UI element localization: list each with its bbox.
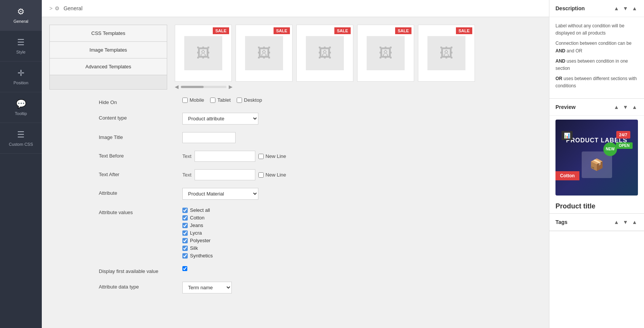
preview-images-row: 🖼 SALE 🖼 SALE 🖼 SALE (175, 25, 541, 82)
sale-badge-3: SALE (334, 27, 351, 34)
select-all-checkbox[interactable] (182, 208, 188, 213)
attr-value-polyester[interactable]: Polyester (182, 238, 213, 243)
sidebar: ⚙ General ☰ Style ✛ Position 💬 Tooltip ☰… (0, 0, 42, 328)
silk-checkbox[interactable] (182, 246, 188, 251)
attr-data-type-select[interactable]: Term name Term slug Term ID (182, 282, 232, 293)
advanced-templates-item[interactable]: Advanced Templates (50, 58, 167, 75)
preview-image-5: 🖼 SALE (418, 25, 475, 82)
attr-value-jeans[interactable]: Jeans (182, 222, 213, 228)
hide-on-row: Hide On Mobile Tablet Deskto (99, 97, 541, 105)
attribute-values-row: Attribute values Select all Cotton (99, 207, 541, 259)
description-collapse-up[interactable]: ▲ (613, 5, 620, 12)
text-before-input[interactable] (195, 151, 255, 162)
sidebar-label-position: Position (13, 80, 28, 85)
desktop-checkbox[interactable] (237, 98, 242, 103)
tags-title: Tags (555, 219, 568, 225)
text-before-controls: Text New Line (182, 151, 541, 162)
image-title-control (182, 132, 541, 143)
tags-section: Tags ▲ ▼ ▲ (549, 214, 644, 231)
text-after-newline[interactable]: New Line (258, 172, 286, 178)
scrollbar-track[interactable] (181, 86, 226, 88)
sidebar-item-tooltip[interactable]: 💬 Tooltip (0, 92, 42, 123)
content-type-select[interactable]: Product attribute Text Image Custom (182, 113, 258, 125)
description-title: Description (555, 5, 585, 11)
attribute-row: Attribute Product Material Product Color… (99, 188, 541, 200)
header-gear-icon: ⚙ (55, 5, 60, 11)
attribute-select[interactable]: Product Material Product Color Product S… (182, 188, 258, 200)
display-first-label: Display first available value (99, 266, 175, 274)
scroll-left-arrow[interactable]: ◀ (175, 84, 179, 90)
attribute-values-label: Attribute values (99, 207, 175, 215)
attr-value-silk[interactable]: Silk (182, 245, 213, 251)
breadcrumb-arrow: > (49, 5, 52, 11)
scrollbar-thumb (181, 86, 204, 88)
sidebar-item-general[interactable]: ⚙ General (0, 0, 42, 31)
sidebar-item-custom-css[interactable]: ☰ Custom CSS (0, 123, 42, 154)
preview-image-1: 🖼 SALE (175, 25, 232, 82)
css-templates-item[interactable]: CSS Templates (50, 25, 167, 42)
hide-on-desktop[interactable]: Desktop (237, 97, 262, 103)
hide-on-label: Hide On (99, 97, 175, 105)
image-templates-item[interactable]: Image Templates (50, 42, 167, 58)
synthetics-label: Synthetics (190, 253, 213, 259)
badge-open: OPEN (616, 142, 633, 149)
tablet-checkbox[interactable] (210, 98, 215, 103)
select-all-label: Select all (190, 207, 210, 213)
display-first-checkbox[interactable] (182, 266, 187, 271)
attr-value-cotton[interactable]: Cotton (182, 215, 213, 221)
text-after-prefix: Text (182, 172, 191, 178)
synthetics-checkbox[interactable] (182, 253, 188, 259)
sidebar-label-style: Style (16, 50, 25, 54)
image-title-row: Image Title (99, 132, 541, 143)
description-header: Description ▲ ▼ ▲ (549, 0, 644, 17)
description-collapse-down[interactable]: ▼ (622, 5, 629, 12)
text-before-newline[interactable]: New Line (258, 153, 286, 159)
text-before-newline-checkbox[interactable] (258, 154, 264, 159)
display-first-control (182, 266, 541, 271)
cotton-checkbox[interactable] (182, 215, 188, 221)
tags-collapse-down[interactable]: ▼ (622, 218, 629, 226)
main-area: > ⚙ General CSS Templates Image Template… (42, 0, 549, 328)
sidebar-item-style[interactable]: ☰ Style (0, 31, 42, 62)
hide-on-mobile[interactable]: Mobile (182, 97, 204, 103)
attribute-values-list: Select all Cotton Jeans Lycra (182, 207, 213, 259)
attr-value-select-all[interactable]: Select all (182, 207, 213, 213)
tags-close[interactable]: ▲ (631, 218, 638, 226)
attr-value-synthetics[interactable]: Synthetics (182, 253, 213, 259)
preview-collapse-up[interactable]: ▲ (613, 103, 620, 111)
text-after-label: Text After (99, 169, 175, 177)
text-after-input[interactable] (195, 169, 255, 180)
text-before-label: Text Before (99, 151, 175, 159)
preview-panel-image: PRODUCT LABELS 📦 24/7 NEW OPEN 📊 Cotton (555, 120, 638, 196)
preview-collapse-down[interactable]: ▼ (622, 103, 629, 111)
tags-collapse-up[interactable]: ▲ (613, 218, 620, 226)
text-after-controls: Text New Line (182, 169, 541, 180)
description-line-3: AND uses between condition in one sectio… (555, 58, 638, 72)
jeans-label: Jeans (190, 222, 203, 228)
style-icon: ☰ (17, 38, 25, 47)
mobile-checkbox[interactable] (182, 98, 188, 103)
attribute-label: Attribute (99, 188, 175, 196)
image-title-input[interactable] (182, 132, 236, 143)
content-area: CSS Templates Image Templates Advanced T… (42, 17, 549, 328)
polyester-checkbox[interactable] (182, 238, 188, 243)
image-icon-4: 🖼 (379, 45, 392, 61)
text-after-newline-checkbox[interactable] (258, 172, 264, 178)
image-placeholder-2: 🖼 (245, 36, 283, 70)
description-close[interactable]: ▲ (631, 5, 638, 12)
cotton-label: Cotton (190, 215, 204, 221)
attr-value-lycra[interactable]: Lycra (182, 230, 213, 236)
preview-image-2: 🖼 SALE (236, 25, 293, 82)
lycra-checkbox[interactable] (182, 230, 188, 236)
description-section: Description ▲ ▼ ▲ Label without any cond… (549, 0, 644, 99)
content-type-control: Product attribute Text Image Custom (182, 113, 541, 125)
image-placeholder-1: 🖼 (184, 36, 222, 70)
image-icon-5: 🖼 (440, 45, 453, 61)
preview-close[interactable]: ▲ (631, 103, 638, 111)
scroll-right-arrow[interactable]: ▶ (229, 84, 233, 90)
hide-on-tablet[interactable]: Tablet (210, 97, 231, 103)
jeans-checkbox[interactable] (182, 223, 188, 228)
sale-badge-1: SALE (213, 27, 229, 34)
preview-image-4: 🖼 SALE (357, 25, 414, 82)
sidebar-item-position[interactable]: ✛ Position (0, 62, 42, 92)
